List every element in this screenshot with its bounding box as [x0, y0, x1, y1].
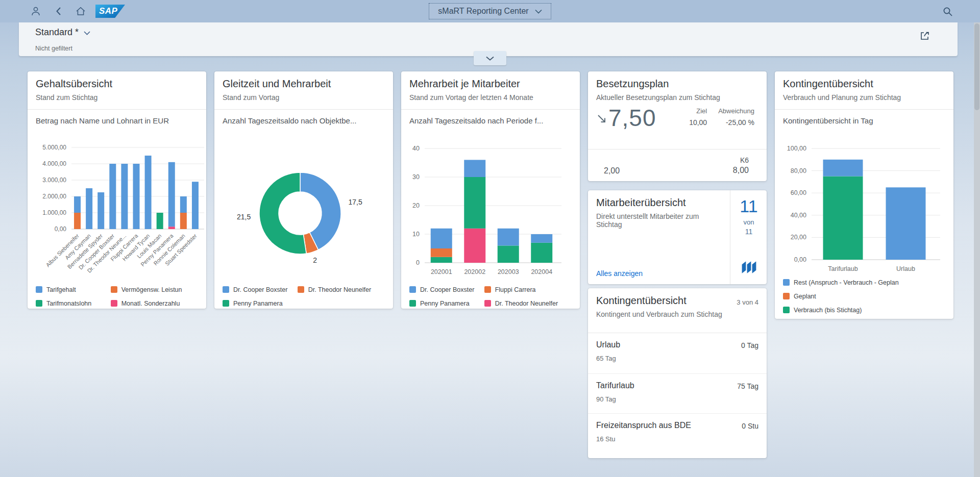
svg-text:0,00: 0,00	[794, 256, 806, 263]
back-button[interactable]	[54, 6, 65, 17]
legend-item: Tarifgehalt	[36, 283, 111, 296]
svg-text:0,00: 0,00	[55, 225, 67, 233]
legend-swatch	[36, 286, 42, 293]
chart-title: Anzahl Tageszeitsaldo nach Periode f...	[409, 116, 543, 125]
legend-item: Fluppi Carrera	[484, 283, 576, 296]
card-title: Mehrarbeit je Mitarbeiter	[409, 78, 572, 90]
card-gehaltsuebersicht: Gehaltsübersicht Stand zum Stichtag Betr…	[28, 71, 206, 309]
profile-button[interactable]	[30, 6, 41, 17]
card-subtitle: Direkt unterstellt Mitarbeiter zum Stich…	[596, 212, 716, 229]
item-name: Tarifurlaub	[596, 381, 634, 390]
donut-slice	[259, 172, 306, 254]
bars	[431, 160, 553, 263]
chevron-down-icon	[486, 55, 494, 62]
card-header[interactable]: Kontingentübersicht Kontingent und Verbr…	[588, 288, 767, 333]
chart-title: Kontingentübersicht in Tag	[783, 116, 873, 125]
svg-text:202002: 202002	[464, 268, 485, 275]
search-icon	[942, 6, 953, 17]
svg-text:30: 30	[412, 173, 420, 181]
card-header[interactable]: Mehrarbeit je Mitarbeiter Stand zum Vort…	[401, 71, 580, 110]
svg-text:2.000,00: 2.000,00	[42, 193, 66, 200]
bars	[74, 156, 199, 229]
legend-item: Penny Panamera	[223, 296, 298, 310]
svg-text:4.000,00: 4.000,00	[42, 160, 66, 167]
sap-logo: SAP	[95, 5, 125, 18]
card-header[interactable]: Gehaltsübersicht Stand zum Stichtag	[28, 71, 206, 110]
legend-label: Penny Panamera	[233, 300, 283, 307]
card-gleitzeit: Gleitzeit und Mehrarbeit Stand zum Vorta…	[214, 71, 393, 309]
variant-selector[interactable]: Standard *	[35, 27, 90, 38]
kpi-value: 7,50	[608, 106, 656, 130]
legend-swatch	[783, 307, 790, 313]
svg-text:2: 2	[313, 256, 317, 264]
card-subtitle: Verbrauch und Planung zum Stichtag	[783, 93, 945, 102]
legend-label: Geplant	[794, 293, 816, 300]
card-subtitle: Stand zum Stichtag	[36, 93, 198, 102]
legend-swatch	[223, 300, 229, 307]
legend-label: Dr. Cooper Boxster	[233, 286, 287, 293]
kpi-targets: Ziel 10,00 Abweichung -25,00 %	[689, 107, 754, 130]
card-header[interactable]: Besetzungsplan Aktueller Besetzungsplan …	[588, 71, 767, 110]
svg-text:20,00: 20,00	[791, 234, 806, 241]
legend-swatch	[409, 286, 416, 293]
legend-item: Monatl. Sonderzahlu	[111, 296, 202, 310]
legend-swatch	[783, 293, 790, 299]
card-mitarbeiteruebersicht: Mitarbeiterübersicht Direkt unterstellt …	[588, 190, 767, 284]
expand-filterbar-button[interactable]	[474, 51, 506, 65]
legend-item: Rest (Anspruch - Verbrauch - Geplan	[783, 275, 949, 289]
list-item-freizeitanspruch[interactable]: Freizeitanspruch aus BDE 0 Stu 16 Stu	[588, 413, 767, 453]
card-kontingent-chart: Kontingentübersicht Verbrauch und Planun…	[775, 71, 953, 319]
card-title: Besetzungsplan	[596, 78, 758, 90]
chart-legend: TarifgehaltVermögensw. LeistunTarifmonat…	[36, 283, 202, 310]
flextime-donut-chart: 17,5221,5	[214, 133, 393, 281]
legend-item: Verbrauch (bis Stichtag)	[783, 303, 949, 317]
svg-text:1.000,00: 1.000,00	[42, 209, 66, 216]
legend-label: Tarifmonatslohn	[46, 300, 91, 307]
card-header[interactable]: Kontingentübersicht Verbrauch und Planun…	[775, 71, 953, 110]
deviation-value: -25,00 %	[718, 118, 754, 127]
share-button[interactable]	[919, 30, 931, 42]
legend-label: Penny Panamera	[420, 300, 470, 307]
target-value: 10,00	[689, 118, 707, 127]
count-total: 11	[730, 228, 767, 236]
salary-bar-chart: 0,001.000,002.000,003.000,004.000,005.00…	[28, 133, 206, 282]
trend-down-icon	[596, 113, 607, 127]
svg-text:Tarifurlaub: Tarifurlaub	[828, 265, 857, 272]
kpi-target: Ziel 10,00	[689, 107, 707, 127]
show-all-link[interactable]: Alles anzeigen	[596, 269, 643, 278]
list-item-urlaub[interactable]: Urlaub 0 Tag 65 Tag	[588, 333, 767, 372]
legend-swatch	[111, 286, 117, 293]
legend-swatch	[484, 300, 491, 307]
svg-text:5.000,00: 5.000,00	[42, 144, 66, 151]
legend-item: Dr. Theodor Neunelfer	[298, 283, 389, 296]
svg-text:202001: 202001	[431, 268, 452, 275]
home-icon	[75, 6, 86, 17]
legend-label: Monatl. Sonderzahlu	[121, 300, 180, 307]
search-button[interactable]	[942, 6, 953, 17]
list-item-tarifurlaub[interactable]: Tarifurlaub 75 Tag 90 Tag	[588, 373, 767, 413]
svg-text:202003: 202003	[498, 268, 519, 275]
scrollbar[interactable]	[974, 22, 980, 477]
legend-swatch	[783, 279, 790, 286]
legend-label: Vermögensw. Leistun	[121, 286, 182, 293]
item-value: 0 Stu	[742, 422, 758, 430]
layered-cards-icon	[741, 260, 759, 277]
card-kontingent-liste: Kontingentübersicht Kontingent und Verbr…	[588, 288, 767, 458]
legend-label: Verbrauch (bis Stichtag)	[794, 307, 862, 314]
svg-text:202004: 202004	[531, 268, 552, 275]
svg-text:60,00: 60,00	[791, 189, 806, 196]
legend-label: Dr. Theodor Neunelfer	[308, 286, 371, 293]
legend-item: Dr. Cooper Boxster	[223, 283, 298, 296]
card-subtitle: Stand zum Vortag der letzten 4 Monate	[409, 93, 572, 102]
card-header[interactable]: Gleitzeit und Mehrarbeit Stand zum Vorta…	[214, 71, 393, 110]
legend-item: Vermögensw. Leistun	[111, 283, 202, 296]
profile-icon	[30, 6, 41, 17]
svg-text:21,5: 21,5	[237, 213, 251, 221]
home-button[interactable]	[75, 6, 86, 17]
svg-text:17,5: 17,5	[348, 198, 362, 206]
app-title: sMaRT Reporting Center	[438, 7, 528, 16]
app-title-select[interactable]: sMaRT Reporting Center	[429, 3, 551, 19]
chart-title: Betrag nach Name und Lohnart in EUR	[36, 116, 169, 125]
scrollbar-thumb[interactable]	[974, 23, 979, 110]
legend-label: Fluppi Carrera	[495, 286, 536, 293]
